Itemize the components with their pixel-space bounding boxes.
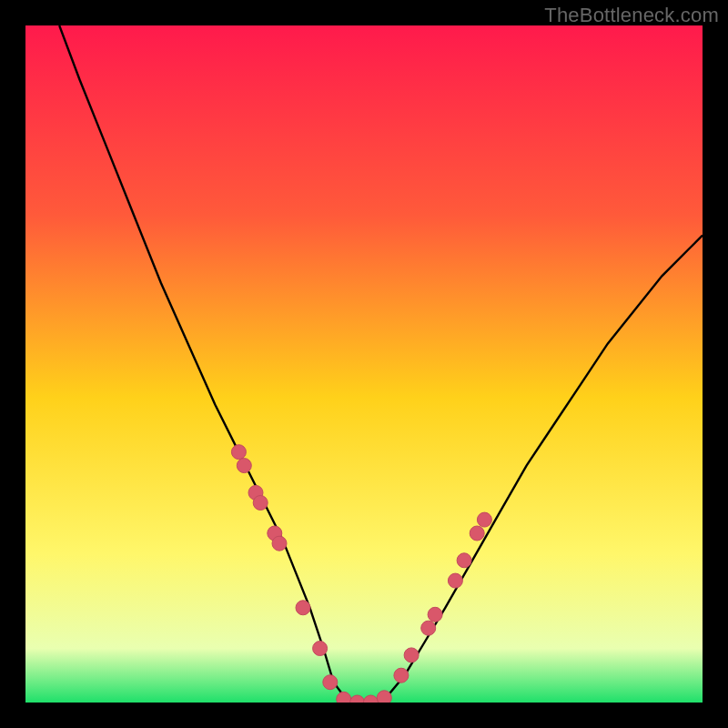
- data-marker: [296, 601, 310, 615]
- watermark-text: TheBottleneck.com: [544, 4, 719, 27]
- data-marker: [404, 648, 419, 662]
- data-marker: [377, 691, 391, 703]
- data-marker: [448, 573, 462, 588]
- data-marker: [253, 496, 268, 511]
- data-marker: [457, 553, 471, 568]
- data-marker: [477, 512, 491, 527]
- data-marker: [470, 526, 484, 541]
- data-marker: [313, 642, 328, 656]
- data-marker: [323, 675, 338, 690]
- bottleneck-chart: [25, 25, 703, 703]
- data-marker: [231, 445, 246, 460]
- data-marker: [272, 536, 287, 551]
- gradient-background: [25, 25, 703, 703]
- data-marker: [421, 621, 436, 635]
- data-marker: [237, 459, 251, 473]
- chart-frame: [25, 25, 703, 703]
- data-marker: [394, 668, 409, 682]
- data-marker: [428, 607, 442, 622]
- data-marker: [337, 692, 351, 703]
